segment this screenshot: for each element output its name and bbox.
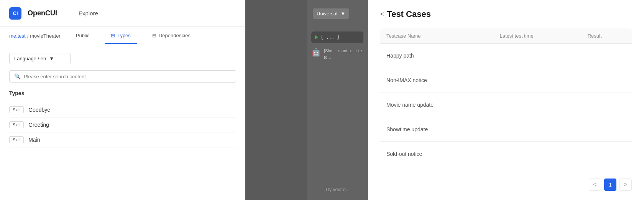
breadcrumb: me.test / movieTheater: [9, 33, 61, 39]
testcase-name: Happy path: [380, 44, 494, 68]
types-icon: ⊞: [111, 33, 115, 38]
app-header: CI OpenCUI Explore: [0, 0, 245, 27]
robot-message: 🤖 [SlotI... s not a... like to...: [311, 48, 363, 60]
page-1-button[interactable]: 1: [604, 179, 616, 191]
search-icon: 🔍: [14, 73, 21, 79]
left-panel: CI OpenCUI Explore me.test / movieTheate…: [0, 0, 307, 200]
testcase-time: [494, 68, 582, 93]
testcase-result: [582, 142, 632, 166]
types-section-header: Types: [9, 90, 236, 96]
search-box[interactable]: 🔍: [9, 70, 236, 83]
testcase-result: [582, 68, 632, 93]
type-row-goodbye: Skill Goodbye: [9, 102, 236, 117]
col-header-name: Testcase Name: [380, 28, 494, 44]
tab-public-label: Public: [76, 33, 89, 38]
universal-bar: Universal ▼: [307, 0, 368, 27]
code-snippet: { ... }: [320, 35, 340, 40]
table-row[interactable]: Happy path: [380, 44, 632, 68]
type-name-goodbye[interactable]: Goodbye: [28, 107, 50, 113]
robot-icon: 🤖: [311, 48, 321, 57]
page-title: Test Cases: [387, 9, 431, 19]
type-row-main: Skill Main: [9, 132, 236, 147]
universal-label: Universal: [317, 11, 337, 17]
language-label: Language / en: [14, 56, 46, 61]
language-select[interactable]: Language / en ▼: [9, 53, 71, 64]
test-cases-table: Testcase Name Latest test time Result Ha…: [380, 28, 632, 166]
pagination: < 1 >: [380, 174, 632, 191]
skill-badge-goodbye: Skill: [9, 106, 24, 113]
testcase-result: [582, 117, 632, 142]
testcase-result: [582, 93, 632, 117]
type-name-greeting[interactable]: Greeting: [28, 122, 49, 128]
sub-header: me.test / movieTheater Public ⊞ Types ⊟ …: [0, 27, 245, 45]
col-header-time: Latest test time: [494, 28, 582, 44]
app-name: OpenCUI: [28, 9, 57, 17]
chat-panel: Universal ▼ { ... } 🤖 [SlotI... s not a.…: [307, 0, 368, 200]
left-content-area: Language / en ▼ 🔍 Types Skill Goodbye Sk…: [0, 45, 245, 200]
type-row-greeting: Skill Greeting: [9, 117, 236, 132]
chat-area: { ... } 🤖 [SlotI... s not a... like to..…: [307, 27, 368, 173]
table-row[interactable]: Sold-out notice: [380, 142, 632, 166]
testcase-time: [494, 142, 582, 166]
test-cases-header: < Test Cases: [380, 9, 632, 19]
universal-dropdown-arrow: ▼: [340, 11, 345, 17]
next-page-button[interactable]: >: [619, 179, 632, 191]
breadcrumb-module[interactable]: movieTheater: [30, 33, 60, 39]
tab-public[interactable]: Public: [70, 28, 95, 44]
skill-badge-main: Skill: [9, 136, 24, 143]
testcase-name: Movie name update: [380, 93, 494, 117]
breadcrumb-project[interactable]: me.test: [9, 33, 26, 39]
table-header-row: Testcase Name Latest test time Result: [380, 28, 632, 44]
table-row[interactable]: Non-IMAX notice: [380, 68, 632, 93]
play-icon: [315, 35, 318, 39]
app-logo: CI: [9, 7, 21, 20]
test-cases-panel: < Test Cases Testcase Name Latest test t…: [368, 0, 644, 200]
universal-select[interactable]: Universal ▼: [313, 8, 349, 19]
tab-types-label: Types: [117, 33, 131, 38]
explore-nav-link[interactable]: Explore: [79, 10, 98, 17]
table-row[interactable]: Movie name update: [380, 93, 632, 117]
try-prompt: Try your q...: [307, 187, 368, 192]
breadcrumb-separator: /: [27, 33, 29, 39]
type-name-main[interactable]: Main: [28, 137, 40, 143]
skill-badge-greeting: Skill: [9, 121, 24, 128]
search-input[interactable]: [24, 74, 131, 79]
testcase-time: [494, 93, 582, 117]
back-button[interactable]: <: [380, 11, 384, 18]
code-bubble: { ... }: [311, 31, 363, 43]
prev-page-button[interactable]: <: [589, 179, 601, 191]
tab-types[interactable]: ⊞ Types: [105, 28, 137, 44]
col-header-result: Result: [582, 28, 632, 44]
testcase-time: [494, 44, 582, 68]
testcase-name: Non-IMAX notice: [380, 68, 494, 93]
left-white-area: CI OpenCUI Explore me.test / movieTheate…: [0, 0, 245, 200]
testcase-name: Sold-out notice: [380, 142, 494, 166]
tab-dependencies[interactable]: ⊟ Dependencies: [146, 28, 197, 44]
testcase-time: [494, 117, 582, 142]
tab-dependencies-label: Dependencies: [159, 33, 191, 38]
dependencies-icon: ⊟: [152, 33, 156, 38]
language-dropdown-arrow: ▼: [49, 56, 54, 61]
testcase-result: [582, 44, 632, 68]
message-text: [SlotI... s not a... like to...: [324, 48, 363, 60]
table-row[interactable]: Showtime update: [380, 117, 632, 142]
testcase-name: Showtime update: [380, 117, 494, 142]
